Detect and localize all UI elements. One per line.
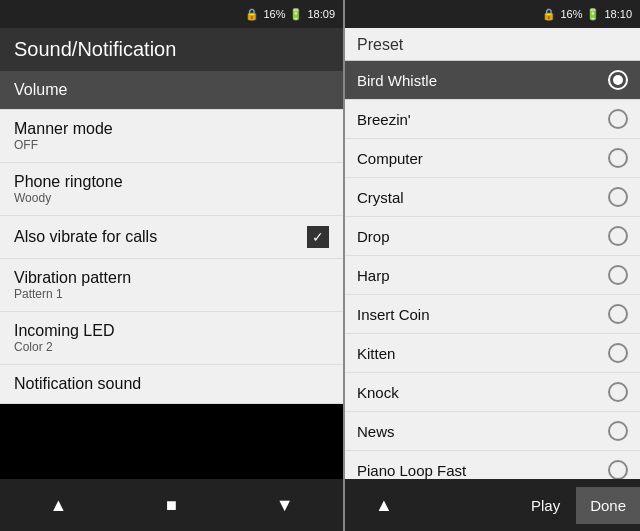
radio-harp[interactable]: [608, 265, 628, 285]
left-battery: 16%: [263, 8, 285, 20]
preset-label-insert-coin: Insert Coin: [357, 306, 430, 323]
preset-item-harp[interactable]: Harp: [345, 256, 640, 295]
preset-item-news[interactable]: News: [345, 412, 640, 451]
radio-crystal[interactable]: [608, 187, 628, 207]
left-panel: 🔒 16% 🔋 18:09 Sound/Notification Volume …: [0, 0, 343, 531]
incoming-led-text: Incoming LED Color 2: [14, 322, 115, 354]
phone-ringtone-title: Phone ringtone: [14, 173, 123, 191]
right-time: 18:10: [604, 8, 632, 20]
left-nav-stop[interactable]: ■: [146, 487, 197, 524]
volume-title: Volume: [14, 81, 67, 99]
also-vibrate-text: Also vibrate for calls: [14, 228, 157, 246]
preset-label-knock: Knock: [357, 384, 399, 401]
preset-label-kitten: Kitten: [357, 345, 395, 362]
preset-nav-up[interactable]: ▲: [355, 487, 413, 524]
volume-text: Volume: [14, 81, 67, 99]
play-button[interactable]: Play: [515, 487, 576, 524]
preset-nav-left: ▲: [345, 487, 515, 524]
settings-item-phone-ringtone[interactable]: Phone ringtone Woody: [0, 163, 343, 216]
vibration-pattern-title: Vibration pattern: [14, 269, 131, 287]
settings-item-also-vibrate[interactable]: Also vibrate for calls ✓: [0, 216, 343, 259]
left-status-bar: 🔒 16% 🔋 18:09: [0, 0, 343, 28]
left-nav-bar: ▲ ■ ▼: [0, 479, 343, 531]
manner-mode-title: Manner mode: [14, 120, 113, 138]
preset-item-computer[interactable]: Computer: [345, 139, 640, 178]
radio-breezin[interactable]: [608, 109, 628, 129]
right-battery: 16%: [560, 8, 582, 20]
settings-item-volume[interactable]: Volume: [0, 71, 343, 110]
radio-bird-whistle[interactable]: [608, 70, 628, 90]
preset-label-bird-whistle: Bird Whistle: [357, 72, 437, 89]
preset-label-piano-loop-fast: Piano Loop Fast: [357, 462, 466, 479]
notification-sound-title: Notification sound: [14, 375, 141, 393]
left-battery-icon: 🔋: [289, 8, 303, 21]
left-time: 18:09: [307, 8, 335, 20]
preset-nav-bar: ▲ Play Done: [345, 479, 640, 531]
preset-item-kitten[interactable]: Kitten: [345, 334, 640, 373]
radio-computer[interactable]: [608, 148, 628, 168]
manner-mode-text: Manner mode OFF: [14, 120, 113, 152]
radio-drop[interactable]: [608, 226, 628, 246]
preset-item-breezin[interactable]: Breezin': [345, 100, 640, 139]
preset-item-drop[interactable]: Drop: [345, 217, 640, 256]
vibration-pattern-text: Vibration pattern Pattern 1: [14, 269, 131, 301]
vibrate-checkbox[interactable]: ✓: [307, 226, 329, 248]
right-panel: 🔒 16% 🔋 18:10 Preset Bird Whistle Breezi…: [345, 0, 640, 531]
right-status-icon: 🔒: [542, 8, 556, 21]
preset-item-insert-coin[interactable]: Insert Coin: [345, 295, 640, 334]
notification-sound-text: Notification sound: [14, 375, 141, 393]
radio-piano-loop-fast[interactable]: [608, 460, 628, 479]
left-status-icon: 🔒: [245, 8, 259, 21]
left-nav-down[interactable]: ▼: [256, 487, 314, 524]
preset-item-knock[interactable]: Knock: [345, 373, 640, 412]
incoming-led-title: Incoming LED: [14, 322, 115, 340]
phone-ringtone-text: Phone ringtone Woody: [14, 173, 123, 205]
also-vibrate-title: Also vibrate for calls: [14, 228, 157, 246]
radio-insert-coin[interactable]: [608, 304, 628, 324]
left-panel-title: Sound/Notification: [0, 28, 343, 71]
vibration-pattern-subtitle: Pattern 1: [14, 287, 131, 301]
preset-item-piano-loop-fast[interactable]: Piano Loop Fast: [345, 451, 640, 479]
settings-item-manner-mode[interactable]: Manner mode OFF: [0, 110, 343, 163]
radio-knock[interactable]: [608, 382, 628, 402]
preset-label-news: News: [357, 423, 395, 440]
incoming-led-subtitle: Color 2: [14, 340, 115, 354]
manner-mode-subtitle: OFF: [14, 138, 113, 152]
radio-kitten[interactable]: [608, 343, 628, 363]
settings-item-notification-sound[interactable]: Notification sound: [0, 365, 343, 404]
preset-label-crystal: Crystal: [357, 189, 404, 206]
preset-label-drop: Drop: [357, 228, 390, 245]
left-nav-up[interactable]: ▲: [29, 487, 87, 524]
settings-item-incoming-led[interactable]: Incoming LED Color 2: [0, 312, 343, 365]
preset-title: Preset: [345, 28, 640, 61]
preset-item-bird-whistle[interactable]: Bird Whistle: [345, 61, 640, 100]
preset-item-crystal[interactable]: Crystal: [345, 178, 640, 217]
right-status-bar: 🔒 16% 🔋 18:10: [345, 0, 640, 28]
preset-list: Bird Whistle Breezin' Computer Crystal D…: [345, 61, 640, 479]
done-button[interactable]: Done: [576, 487, 640, 524]
preset-label-harp: Harp: [357, 267, 390, 284]
phone-ringtone-subtitle: Woody: [14, 191, 123, 205]
radio-news[interactable]: [608, 421, 628, 441]
preset-nav-right: Play Done: [515, 487, 640, 524]
preset-label-breezin: Breezin': [357, 111, 411, 128]
right-battery-icon: 🔋: [586, 8, 600, 21]
settings-item-vibration-pattern[interactable]: Vibration pattern Pattern 1: [0, 259, 343, 312]
preset-label-computer: Computer: [357, 150, 423, 167]
settings-list: Volume Manner mode OFF Phone ringtone Wo…: [0, 71, 343, 479]
